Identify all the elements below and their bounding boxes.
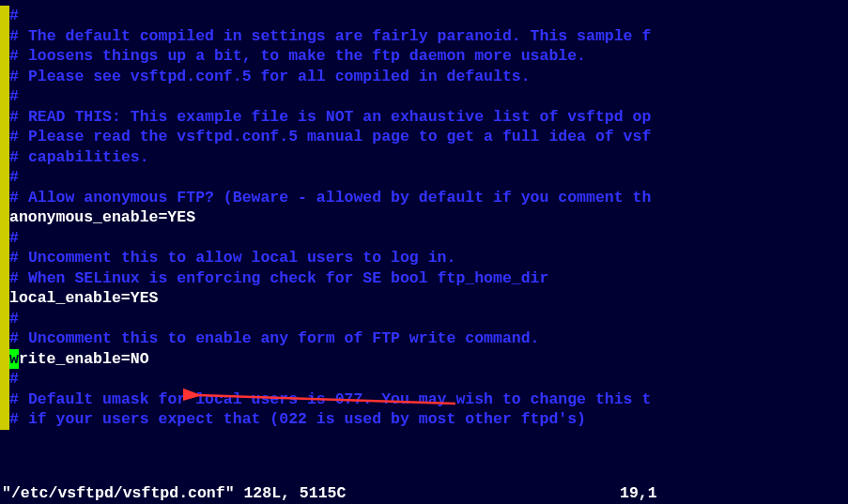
editor-line: # <box>0 369 848 389</box>
status-file-info: "/etc/vsftpd/vsftpd.conf" 128L, 5115C <box>2 483 346 504</box>
comment-hash: # <box>9 248 19 268</box>
comment-text: The default compiled in settings are fai… <box>19 26 651 47</box>
gutter-stripe <box>0 6 9 26</box>
comment-text: Default umask for local users is 077. Yo… <box>19 389 651 410</box>
comment-hash: # <box>9 167 19 188</box>
editor-line: # When SELinux is enforcing check for SE… <box>0 268 848 289</box>
editor-line: # <box>0 6 848 26</box>
editor-line: # capabilities. <box>0 147 848 168</box>
editor-line: # <box>0 309 848 329</box>
gutter-stripe <box>0 107 9 128</box>
gutter-stripe <box>0 26 9 47</box>
gutter-stripe <box>0 309 9 329</box>
line-first-char: l <box>9 288 19 309</box>
comment-text: capabilities. <box>19 147 149 168</box>
editor-viewport[interactable]: ## The default compiled in settings are … <box>0 0 848 483</box>
gutter-stripe <box>0 67 9 87</box>
setting-text: ocal_enable=YES <box>19 288 159 309</box>
comment-hash: # <box>9 369 19 389</box>
gutter-stripe <box>0 188 9 208</box>
gutter-stripe <box>0 328 9 349</box>
comment-hash: # <box>9 67 19 87</box>
comment-hash: # <box>9 328 19 349</box>
comment-text: if your users expect that (022 is used b… <box>19 409 586 430</box>
editor-line: local_enable=YES <box>0 288 848 309</box>
setting-text: rite_enable=NO <box>19 349 149 370</box>
editor-line: # Uncomment this to enable any form of F… <box>0 328 848 349</box>
comment-text: Uncomment this to allow local users to l… <box>19 248 455 268</box>
editor-line: # Please read the vsftpd.conf.5 manual p… <box>0 127 848 147</box>
status-cursor-pos: 19,1 <box>620 483 657 503</box>
gutter-stripe <box>0 46 9 67</box>
gutter-stripe <box>0 127 9 147</box>
editor-line: # Please see vsftpd.conf.5 for all compi… <box>0 67 848 87</box>
comment-hash: # <box>9 268 19 289</box>
comment-text: loosens things up a bit, to make the ftp… <box>19 46 586 67</box>
comment-text: Please read the vsftpd.conf.5 manual pag… <box>19 127 651 147</box>
setting-text: nonymous_enable=YES <box>19 207 195 228</box>
comment-text: Please see vsftpd.conf.5 for all compile… <box>19 67 531 87</box>
line-first-char: a <box>9 207 19 228</box>
gutter-stripe <box>0 349 9 370</box>
gutter-stripe <box>0 228 9 249</box>
gutter-stripe <box>0 207 9 228</box>
comment-hash: # <box>9 107 19 128</box>
comment-hash: # <box>9 228 19 249</box>
comment-hash: # <box>9 127 19 147</box>
comment-hash: # <box>9 389 19 410</box>
editor-line: # loosens things up a bit, to make the f… <box>0 46 848 67</box>
comment-text: READ THIS: This example file is NOT an e… <box>19 107 651 128</box>
gutter-stripe <box>0 248 9 268</box>
editor-line: write_enable=NO <box>0 349 848 370</box>
editor-line: # Allow anonymous FTP? (Beware - allowed… <box>0 188 848 208</box>
cursor: w <box>9 349 19 370</box>
gutter-stripe <box>0 288 9 309</box>
gutter-stripe <box>0 369 9 389</box>
editor-line: # The default compiled in settings are f… <box>0 26 848 47</box>
editor-line: # if your users expect that (022 is used… <box>0 409 848 430</box>
comment-text: Uncomment this to enable any form of FTP… <box>19 328 540 349</box>
editor-line: # <box>0 167 848 188</box>
comment-hash: # <box>9 309 19 329</box>
editor-line: # Default umask for local users is 077. … <box>0 389 848 410</box>
comment-hash: # <box>9 26 19 47</box>
comment-text: When SELinux is enforcing check for SE b… <box>19 268 548 289</box>
gutter-stripe <box>0 268 9 289</box>
comment-text: Allow anonymous FTP? (Beware - allowed b… <box>19 188 651 208</box>
comment-hash: # <box>9 86 19 107</box>
gutter-stripe <box>0 409 9 430</box>
comment-hash: # <box>9 46 19 67</box>
gutter-stripe <box>0 147 9 168</box>
gutter-stripe <box>0 389 9 410</box>
editor-line: # Uncomment this to allow local users to… <box>0 248 848 268</box>
editor-line: # READ THIS: This example file is NOT an… <box>0 107 848 128</box>
editor-line: # <box>0 86 848 107</box>
gutter-stripe <box>0 86 9 107</box>
vim-status-bar: "/etc/vsftpd/vsftpd.conf" 128L, 5115C 19… <box>0 483 848 504</box>
comment-hash: # <box>9 147 19 168</box>
editor-line: anonymous_enable=YES <box>0 207 848 228</box>
editor-line: # <box>0 228 848 249</box>
gutter-stripe <box>0 167 9 188</box>
comment-hash: # <box>9 188 19 208</box>
comment-hash: # <box>9 409 19 430</box>
comment-hash: # <box>9 6 19 26</box>
